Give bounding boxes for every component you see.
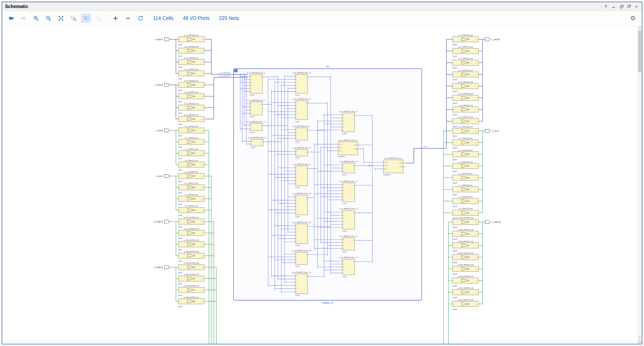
cell-lut4[interactable]: [250, 102, 262, 115]
zoom-fit-button[interactable]: [56, 14, 66, 23]
pin-label: I: [180, 176, 180, 177]
cells-count-link[interactable]: 114 Cells: [153, 15, 174, 21]
pin-label: I2: [296, 232, 297, 233]
pin-label: I: [454, 166, 454, 167]
scroll-down-button[interactable]: ▼: [638, 335, 642, 339]
cell-lut4[interactable]: [342, 238, 354, 250]
forward-button[interactable]: [19, 14, 28, 23]
cell-lut6[interactable]: [342, 183, 354, 202]
pin-label: O: [202, 141, 202, 143]
expand-hierarchy-button[interactable]: [111, 14, 120, 23]
port-label: y_v[7:0]: [492, 130, 499, 132]
cell-lut6[interactable]: [250, 74, 262, 93]
input-port[interactable]: [164, 220, 170, 223]
pin-label: O: [202, 233, 202, 234]
minimize-button[interactable]: [610, 3, 617, 10]
resize-grip[interactable]: [638, 340, 642, 344]
instance-label: y_v_OBUF[5]_inst: [458, 184, 472, 186]
window-title: Schematic: [5, 4, 28, 9]
pin-label: O: [306, 276, 307, 277]
cell-lut6[interactable]: [295, 274, 308, 294]
float-button[interactable]: [625, 3, 632, 10]
scroll-up-button[interactable]: ▲: [638, 25, 642, 30]
pin-label: I5: [343, 227, 344, 228]
pin-label: I0: [296, 102, 297, 103]
pin-label: O: [476, 130, 476, 132]
pin-label: O: [202, 118, 202, 120]
cell-lut2[interactable]: [295, 149, 308, 156]
vertical-scrollbar[interactable]: ▲ ▼: [637, 25, 642, 344]
cell-lut6[interactable]: [342, 210, 354, 229]
pin-label: I3: [343, 269, 344, 271]
pin-label: I0: [343, 212, 344, 213]
cell-lut3[interactable]: [342, 163, 354, 173]
output-port[interactable]: [485, 221, 490, 224]
cell-lut5[interactable]: [342, 259, 354, 275]
cell-type-label: LUT3: [342, 174, 346, 176]
pin-label: I: [454, 304, 454, 305]
pin-label: I: [180, 73, 180, 74]
expand-selection-button[interactable]: [94, 14, 103, 23]
pin-label: I: [180, 187, 180, 188]
restore-button[interactable]: [618, 3, 624, 10]
output-port[interactable]: [485, 129, 490, 132]
close-button[interactable]: ×: [633, 3, 640, 10]
cell-type-label: IBUF: [178, 249, 182, 251]
zoom-selection-button[interactable]: [69, 14, 78, 23]
nets-count-link[interactable]: 225 Nets: [219, 15, 239, 21]
pin-label: O: [306, 130, 307, 131]
cell-lut6[interactable]: [295, 166, 308, 186]
cell-lut6[interactable]: [295, 195, 308, 215]
cell-lut6[interactable]: [295, 101, 308, 120]
instance-label: y_sv_OBUF[3]_inst_i_2: [247, 72, 265, 74]
scrollbar-thumb[interactable]: [638, 30, 641, 72]
instance-label: y_sv_OBUF[7]_inst_i_3: [339, 161, 358, 163]
input-port[interactable]: [164, 38, 170, 41]
instance-label: y_sv_OBUF[3]_inst_i_4: [247, 121, 265, 123]
schematic-canvas[interactable]: a_sv[3:0]IOa_sv_IBUF[0]_instIBUFIOa_sv_I…: [2, 25, 642, 344]
cell-type-label: CARRY4: [384, 174, 390, 176]
input-port[interactable]: [164, 174, 170, 178]
pin-label: I: [454, 142, 454, 143]
zoom-in-button[interactable]: [31, 14, 41, 23]
pin-label: O: [202, 39, 202, 40]
cell-lut6[interactable]: [295, 74, 308, 93]
cell-type-label: OBUF: [452, 44, 458, 46]
pin-label: I0: [296, 151, 297, 152]
cell-lut2[interactable]: [250, 123, 262, 131]
settings-gear-button[interactable]: ⚙: [628, 14, 638, 23]
input-port[interactable]: [164, 129, 170, 132]
cell-type-label: LUT6: [295, 120, 300, 122]
cell-lut6[interactable]: [295, 224, 308, 244]
input-port[interactable]: [164, 266, 170, 269]
pin-label: I1: [251, 143, 252, 145]
cell-type-label: LUT2: [250, 132, 254, 134]
pin-label: O: [306, 76, 307, 77]
back-button[interactable]: [6, 14, 16, 23]
cell-lut6[interactable]: [342, 113, 354, 132]
pin-label: I5: [296, 183, 297, 184]
cell-type-label: OBUF: [452, 102, 458, 104]
pin-label: O: [476, 222, 476, 223]
schematic-drawing[interactable]: a_sv[3:0]IOa_sv_IBUF[0]_instIBUFIOa_sv_I…: [2, 25, 637, 344]
cell-type-label: IBUF: [178, 180, 182, 182]
pin-label: I: [454, 50, 454, 52]
input-port[interactable]: [164, 83, 170, 86]
cell-lut4[interactable]: [295, 252, 308, 265]
autofit-selection-button[interactable]: [81, 14, 91, 23]
cell-lut4[interactable]: [295, 128, 308, 140]
instance-label: b_vhd_IBUF[1]_inst: [184, 274, 199, 276]
gear-icon: ⚙: [630, 14, 636, 22]
help-button[interactable]: ?: [602, 3, 609, 10]
instance-label: a_sv_IBUF[2]_inst: [184, 57, 199, 59]
regenerate-layout-button[interactable]: [136, 14, 145, 23]
collapse-hierarchy-button[interactable]: [123, 14, 133, 23]
pin-label: I4: [296, 288, 297, 289]
zoom-out-button[interactable]: [44, 14, 53, 23]
output-port[interactable]: [485, 38, 490, 41]
cell-type-label: OBUF: [452, 67, 458, 69]
cell-lut2[interactable]: [251, 139, 263, 146]
pin-label: I2: [296, 259, 297, 261]
instance-label: y_vhd_OBUF[7]_inst: [458, 299, 474, 301]
io-ports-count-link[interactable]: 48 I/O Ports: [183, 15, 210, 21]
